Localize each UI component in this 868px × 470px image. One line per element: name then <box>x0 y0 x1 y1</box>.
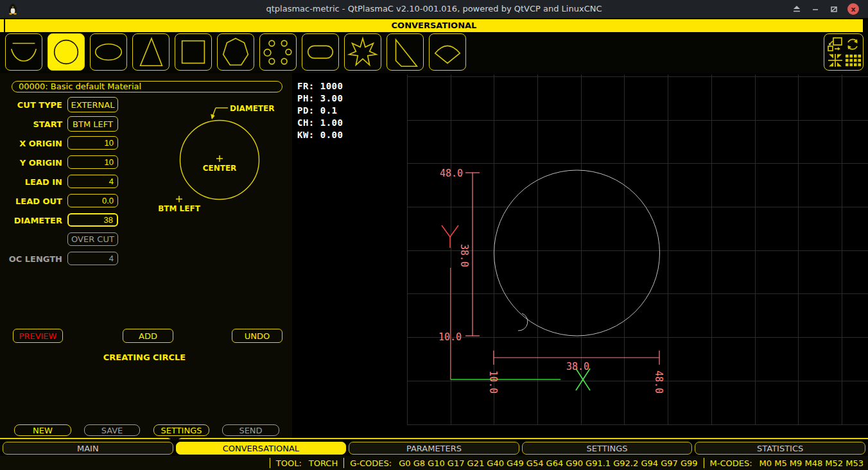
shade-window-button[interactable] <box>791 4 803 14</box>
lead-in-label: LEAD IN <box>0 177 62 187</box>
diagram-center-label: CENTER <box>203 164 237 173</box>
ellipse-icon <box>91 33 126 71</box>
cut-type-label: CUT TYPE <box>0 100 62 110</box>
panel-separator-line <box>0 438 868 439</box>
scale-icon <box>827 37 844 52</box>
diameter-leader-line <box>212 108 228 118</box>
shape-line-button[interactable] <box>5 33 42 71</box>
center-cross-icon <box>216 155 223 162</box>
tab-settings[interactable]: SETTINGS <box>522 442 693 455</box>
dim-h-width-label: 38.0 <box>566 361 589 372</box>
send-button[interactable]: SEND <box>222 424 279 436</box>
material-select[interactable]: 00000: Basic default Material <box>12 81 282 92</box>
title-bar: qtplasmac-metric - QtPlasmaC v2.10-001.0… <box>0 0 868 18</box>
conversational-panel: 00000: Basic default Material CUT TYPE E… <box>0 73 292 438</box>
preview-button[interactable]: PREVIEW <box>13 329 63 343</box>
application-window: qtplasmac-metric - QtPlasmaC v2.10-001.0… <box>0 0 868 470</box>
shape-sector-button[interactable] <box>429 33 466 71</box>
diameter-input[interactable] <box>67 213 118 227</box>
shape-gusset-button[interactable] <box>386 33 424 71</box>
gcode-preview-plot[interactable]: FR: 1000 PH: 3.00 PD: 0.1 CH: 1.00 KW: 0… <box>292 73 868 438</box>
dim-v-side-label: 38.0 <box>458 244 470 267</box>
shape-star-button[interactable] <box>344 33 381 71</box>
oc-length-input[interactable] <box>67 252 118 265</box>
circle-help-diagram: DIAMETER CENTER BTM LEFT <box>154 100 286 222</box>
mirror-icon <box>827 53 844 68</box>
shape-utilities-group <box>824 33 864 71</box>
restore-button[interactable] <box>828 4 840 14</box>
status-bar: TOOL: TORCH G-CODES: G0 G8 G10 G17 G21 G… <box>0 456 868 470</box>
status-divider <box>704 458 704 468</box>
lead-out-input[interactable] <box>67 194 118 207</box>
dim-v-top-label: 48.0 <box>440 168 463 179</box>
over-cut-button[interactable]: OVER CUT <box>67 232 118 246</box>
start-position-button[interactable]: BTM LEFT <box>67 116 118 132</box>
save-button[interactable]: SAVE <box>84 424 140 436</box>
tab-statistics[interactable]: STATISTICS <box>695 442 865 455</box>
dim-h-right-label: 48.0 <box>653 370 664 394</box>
bolt-circle-icon <box>260 33 296 71</box>
new-button[interactable]: NEW <box>14 424 71 436</box>
minimize-button[interactable] <box>810 4 821 14</box>
diagram-btm-left-label: BTM LEFT <box>158 204 200 213</box>
y-origin-label: Y ORIGIN <box>0 158 62 168</box>
triangle-icon <box>133 33 169 71</box>
preview-canvas: 48.0 10.0 38.0 38.0 10.0 48.0 <box>292 73 868 438</box>
shape-toolbar <box>5 33 466 71</box>
diagram-diameter-label: DIAMETER <box>230 104 274 113</box>
conversational-banner: CONVERSATIONAL <box>5 19 863 32</box>
array-icon <box>844 53 861 68</box>
line-arc-icon <box>6 33 42 71</box>
y-origin-input[interactable] <box>67 155 118 169</box>
creating-status-text: CREATING CIRCLE <box>0 352 289 362</box>
shape-slot-button[interactable] <box>302 33 339 71</box>
settings-button[interactable]: SETTINGS <box>153 424 209 436</box>
tool-label: TOOL: <box>276 458 302 468</box>
close-icon: x <box>851 5 855 13</box>
add-button[interactable]: ADD <box>123 329 173 343</box>
btm-left-cross-icon <box>176 196 182 202</box>
lead-in-input[interactable] <box>67 175 118 188</box>
y-axis-marker <box>442 225 458 248</box>
status-divider <box>270 458 270 468</box>
cut-path-circle <box>494 170 660 336</box>
gusset-icon <box>387 33 423 71</box>
shape-triangle-button[interactable] <box>132 33 169 71</box>
oc-length-label: OC LENGTH <box>0 254 62 264</box>
sector-icon <box>430 33 465 71</box>
gcodes-value: G0 G8 G10 G17 G21 G40 G49 G54 G64 G90 G9… <box>399 458 697 468</box>
tab-conversational[interactable]: CONVERSATIONAL <box>176 442 347 455</box>
banner-edge-decoration <box>0 19 4 32</box>
rectangle-icon <box>175 33 211 71</box>
start-label: START <box>0 119 62 129</box>
array-button[interactable] <box>844 52 861 68</box>
shape-ellipse-button[interactable] <box>90 33 127 71</box>
tab-parameters[interactable]: PARAMETERS <box>349 442 519 455</box>
close-button[interactable]: x <box>847 3 859 15</box>
lead-out-label: LEAD OUT <box>0 196 62 206</box>
x-origin-label: X ORIGIN <box>0 139 62 148</box>
rotate-icon <box>844 37 861 52</box>
status-divider <box>343 458 344 468</box>
mirror-button[interactable] <box>826 52 844 68</box>
shape-rectangle-button[interactable] <box>175 33 212 71</box>
dim-h-left-label: 10.0 <box>487 370 499 394</box>
dim-v-bottom-label: 10.0 <box>438 331 462 343</box>
status-readout: TOOL: TORCH G-CODES: G0 G8 G10 G17 G21 G… <box>270 456 864 470</box>
x-origin-input[interactable] <box>67 136 118 150</box>
shape-polygon-button[interactable] <box>217 33 254 71</box>
shape-bolt-circle-button[interactable] <box>259 33 297 71</box>
main-tab-bar: MAIN CONVERSATIONAL PARAMETERS SETTINGS … <box>0 440 868 456</box>
star-icon <box>345 33 381 71</box>
diameter-arrowhead <box>211 114 214 120</box>
circle-icon <box>48 33 84 71</box>
tab-main[interactable]: MAIN <box>3 442 173 455</box>
cut-type-button[interactable]: EXTERNAL <box>67 97 118 112</box>
gcodes-label: G-CODES: <box>350 458 392 468</box>
window-title: qtplasmac-metric - QtPlasmaC v2.10-001.0… <box>0 0 868 18</box>
scale-button[interactable] <box>826 36 844 52</box>
mcodes-label: M-CODES: <box>710 458 752 468</box>
shape-circle-button[interactable] <box>48 33 85 71</box>
undo-button[interactable]: UNDO <box>232 329 282 343</box>
rotate-button[interactable] <box>844 36 861 52</box>
